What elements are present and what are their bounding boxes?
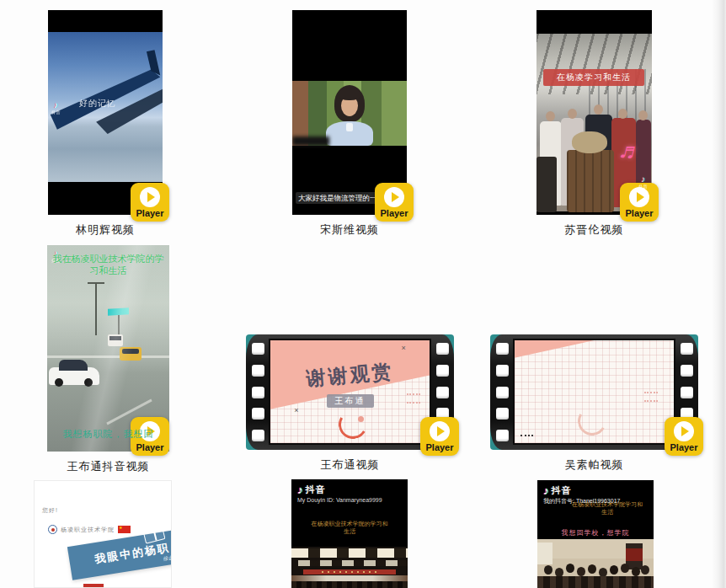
play-icon xyxy=(384,187,404,207)
douyin-logo: ♪ 抖音 xyxy=(543,484,572,497)
film-sprocket-holes xyxy=(247,334,269,450)
video-gallery-page: ♪ 抖音 好的记忆 Player 林明辉视频 大家好我是物流管理的一 xyxy=(0,0,726,588)
stage-banner-shape xyxy=(303,569,396,575)
video-title: 宋斯维视频 xyxy=(259,222,440,238)
school-name-text: 杨凌职业技术学院 xyxy=(61,526,115,534)
thumbnail-image: × × 谢谢观赏 王布通 xyxy=(270,340,430,443)
video-title: 王布通视频 xyxy=(212,457,488,473)
red-accent-shape xyxy=(83,584,104,588)
school-logo-row: 杨凌职业技术学院 ★ xyxy=(48,525,131,534)
signature-text: 徐金山 xyxy=(163,553,172,564)
player-button[interactable]: Player xyxy=(665,417,703,456)
video-overlay-text: 好的记忆 xyxy=(79,98,116,110)
dot-marks-decoration xyxy=(520,435,533,440)
group-heads-shape xyxy=(544,565,553,575)
ceiling-lights-shape xyxy=(291,548,408,558)
audience-shape xyxy=(291,581,408,588)
douyin-id-text: 我的抖音号: Thanel19963017 xyxy=(543,497,620,505)
smiley-arc-decoration xyxy=(574,404,609,438)
thumbnail-image xyxy=(292,81,407,146)
stage-shape xyxy=(291,575,408,581)
video-cell-linminghui: ♪ 抖音 好的记忆 Player 林明辉视频 xyxy=(48,10,163,215)
school-emblem-icon xyxy=(48,525,57,534)
player-button-label: Player xyxy=(136,443,163,452)
douyin-note-icon: ♪ xyxy=(297,484,303,495)
cross-mark: × xyxy=(401,345,405,352)
video-cell-wangbutong: × × 谢谢观赏 王布通 Player 王布通视频 xyxy=(246,334,454,450)
video-thumbnail-douyin-conference[interactable]: ♪ 抖音 My Douyin ID: Vanmarynea9999 在杨凌职业技… xyxy=(291,479,408,588)
video-overlay-text-top: 我在杨凌职业技术学院的学习和生活 xyxy=(52,253,164,276)
thumbnail-image xyxy=(515,340,674,443)
suitcase-shape xyxy=(536,157,557,212)
video-cell-wusupa: Player 吴素帕视频 xyxy=(490,334,698,450)
thumbnail-image: ♪ 抖音 好的记忆 xyxy=(48,32,163,182)
film-screen xyxy=(513,339,675,445)
light-pole-shape xyxy=(95,283,97,335)
person-bow-shape xyxy=(346,123,353,131)
player-button-label: Player xyxy=(136,209,163,218)
player-button-label: Player xyxy=(625,209,653,218)
greeting-text: 您好! xyxy=(42,506,58,515)
player-button[interactable]: Player xyxy=(375,183,414,222)
video-cell-douyin-conference: ♪ 抖音 My Douyin ID: Vanmarynea9999 在杨凌职业技… xyxy=(291,479,408,588)
douyin-note-icon: ♪ xyxy=(543,485,549,496)
douyin-watermark-label: 抖音 xyxy=(51,110,61,115)
dot-cluster-decoration xyxy=(407,393,420,404)
china-flag-icon: ★ xyxy=(118,526,131,533)
play-icon xyxy=(629,187,649,207)
scrollbar-track[interactable] xyxy=(712,0,726,588)
video-title: 林明辉视频 xyxy=(14,222,196,238)
player-button[interactable]: Player xyxy=(131,183,169,222)
video-title: 吴素帕视频 xyxy=(456,457,726,473)
douyin-logo: ♪ 抖音 xyxy=(297,484,326,496)
author-name-tag: 王布通 xyxy=(327,394,374,408)
bag-shape xyxy=(572,131,607,153)
douyin-watermark-label: 抖音 xyxy=(638,184,648,189)
video-title: 苏晋伦视频 xyxy=(503,222,686,238)
smiley-arc-decoration xyxy=(335,407,370,441)
suitcase-shape xyxy=(567,150,614,212)
video-cell-yangzhi-card: 您好! 杨凌职业技术学院 ★ 我眼中的杨职 徐金山 xyxy=(34,480,172,588)
video-overlay-text-pink: 我想回学校，想学院 xyxy=(537,528,654,537)
dot-cluster-decoration xyxy=(644,392,658,402)
video-title: 王布通抖音视频 xyxy=(13,459,203,474)
video-overlay-text-bottom: 我想杨职院，我想回 xyxy=(47,428,169,441)
window-shape xyxy=(537,543,553,564)
douyin-watermark: ♪ 抖音 xyxy=(638,175,648,189)
douyin-note-icon: ♪ xyxy=(641,175,645,184)
player-button-label: Player xyxy=(670,443,697,452)
video-cell-douyin-classroom: ♪ 抖音 我的抖音号: Thanel19963017 在杨凌职业技术学院学习和生… xyxy=(537,480,654,588)
video-cell-sujinlun: ♬ 在杨凌学习和生活 ♪ 抖音 Player 苏晋伦视频 xyxy=(536,10,652,215)
video-banner-text: 在杨凌学习和生活 xyxy=(543,69,644,86)
douyin-id-text: My Douyin ID: Vanmarynea9999 xyxy=(297,497,382,503)
douyin-watermark: ♪ 抖音 xyxy=(51,101,61,115)
video-cell-wangbutong-douyin: ♪ 抖音 我在杨凌职业技术学院的学习和生活 我想杨职院，我想回 Player 王… xyxy=(47,245,169,452)
player-button-label: Player xyxy=(380,209,408,218)
douyin-note-icon: ♪ xyxy=(54,101,58,110)
video-cell-songsiwei: 大家好我是物流管理的一 Player 宋斯维视频 xyxy=(292,10,407,215)
film-sprocket-holes xyxy=(491,334,513,450)
douyin-brand-text: 抖音 xyxy=(306,484,326,496)
video-thumbnail-yangzhi-card[interactable]: 您好! 杨凌职业技术学院 ★ 我眼中的杨职 徐金山 xyxy=(34,480,172,588)
player-button[interactable]: Player xyxy=(420,417,459,456)
play-icon xyxy=(430,421,450,441)
group-bodies-shape xyxy=(537,576,654,588)
video-thumbnail-douyin-classroom[interactable]: ♪ 抖音 我的抖音号: Thanel19963017 在杨凌职业技术学院学习和生… xyxy=(537,480,654,588)
thumbnail-image xyxy=(537,539,654,588)
ceiling-lights-shape xyxy=(298,560,408,566)
person-fringe-shape xyxy=(339,93,360,100)
foreground-blur-shape xyxy=(292,136,329,146)
player-button-label: Player xyxy=(425,443,453,452)
thumbnail-image xyxy=(291,547,408,588)
wall-poster-shape xyxy=(626,543,643,569)
cross-mark: × xyxy=(294,407,298,414)
video-subtitle-text: 大家好我是物流管理的一 xyxy=(296,192,381,204)
play-icon xyxy=(140,187,160,207)
video-overlay-text: 在杨凌职业技术学院的学习和生活 xyxy=(311,520,388,535)
play-icon xyxy=(674,421,694,441)
film-screen: × × 谢谢观赏 王布通 xyxy=(269,339,431,445)
douyin-brand-text: 抖音 xyxy=(552,484,572,497)
